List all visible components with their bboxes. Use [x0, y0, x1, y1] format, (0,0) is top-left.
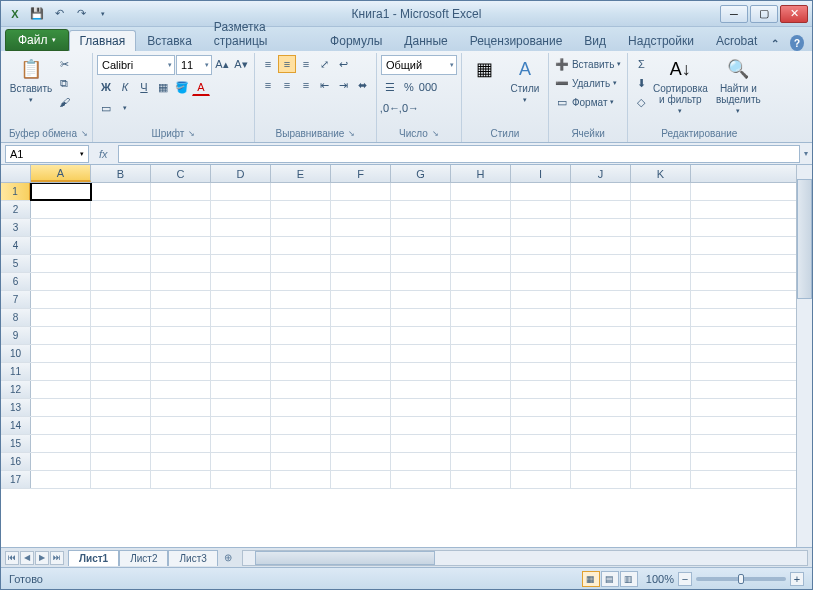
cell[interactable] [211, 255, 271, 272]
view-page-break-icon[interactable]: ▥ [620, 571, 638, 587]
cell[interactable] [331, 435, 391, 452]
cell[interactable] [211, 417, 271, 434]
align-center-icon[interactable]: ≡ [278, 76, 296, 94]
cell[interactable] [631, 309, 691, 326]
file-tab[interactable]: Файл▾ [5, 29, 69, 51]
cell[interactable] [151, 435, 211, 452]
cell[interactable] [151, 237, 211, 254]
cell[interactable] [31, 417, 91, 434]
row-header[interactable]: 16 [1, 453, 31, 470]
cell[interactable] [211, 309, 271, 326]
qat-customize-icon[interactable]: ▾ [93, 4, 113, 24]
font-launcher[interactable]: ↘ [188, 129, 195, 138]
row-header[interactable]: 14 [1, 417, 31, 434]
cell[interactable] [571, 363, 631, 380]
align-right-icon[interactable]: ≡ [297, 76, 315, 94]
cell[interactable] [511, 363, 571, 380]
conditional-fmt-button[interactable]: ▦ [466, 55, 504, 83]
number-launcher[interactable]: ↘ [432, 129, 439, 138]
cell[interactable] [331, 255, 391, 272]
zoom-in-button[interactable]: + [790, 572, 804, 586]
find-select-button[interactable]: 🔍 Найти и выделить ▾ [710, 55, 766, 117]
cell[interactable] [331, 309, 391, 326]
cell[interactable] [91, 435, 151, 452]
cell[interactable] [211, 201, 271, 218]
decrease-indent-icon[interactable]: ⇤ [316, 76, 334, 94]
cell[interactable] [211, 237, 271, 254]
cell[interactable] [31, 201, 91, 218]
format-painter-icon[interactable]: 🖌 [55, 93, 73, 111]
tab-view[interactable]: Вид [573, 30, 617, 51]
cell[interactable] [571, 219, 631, 236]
cell[interactable] [271, 291, 331, 308]
cell[interactable] [631, 417, 691, 434]
bottom-align-icon[interactable]: ≡ [297, 55, 315, 73]
formula-input[interactable] [118, 145, 800, 163]
align-launcher[interactable]: ↘ [348, 129, 355, 138]
cell[interactable] [451, 273, 511, 290]
fx-button[interactable]: fx [93, 148, 114, 160]
cell[interactable] [511, 471, 571, 488]
row-header[interactable]: 2 [1, 201, 31, 218]
row-header[interactable]: 5 [1, 255, 31, 272]
cell[interactable] [511, 453, 571, 470]
cell[interactable] [271, 471, 331, 488]
cell[interactable] [511, 291, 571, 308]
cell[interactable] [451, 219, 511, 236]
cell[interactable] [331, 219, 391, 236]
cell[interactable] [271, 381, 331, 398]
cell[interactable] [631, 201, 691, 218]
cell[interactable] [391, 471, 451, 488]
zoom-slider[interactable] [696, 577, 786, 581]
format-cells-button[interactable]: ▭Формат▾ [553, 93, 617, 111]
row-header[interactable]: 4 [1, 237, 31, 254]
cell[interactable] [211, 273, 271, 290]
insert-cells-button[interactable]: ➕Вставить▾ [553, 55, 623, 73]
row-header[interactable]: 12 [1, 381, 31, 398]
autosum-icon[interactable]: Σ [632, 55, 650, 73]
cell[interactable] [511, 435, 571, 452]
col-header[interactable]: D [211, 165, 271, 182]
cell[interactable] [391, 399, 451, 416]
cell[interactable] [211, 363, 271, 380]
cell[interactable] [151, 417, 211, 434]
cell[interactable] [91, 291, 151, 308]
cell[interactable] [151, 327, 211, 344]
border-icon[interactable]: ▦ [154, 78, 172, 96]
cell[interactable] [271, 435, 331, 452]
cell[interactable] [91, 183, 151, 200]
cell[interactable] [631, 255, 691, 272]
cell[interactable] [331, 453, 391, 470]
cell[interactable] [31, 273, 91, 290]
cell[interactable] [91, 255, 151, 272]
cell[interactable] [331, 417, 391, 434]
sheet-nav-first[interactable]: ⏮ [5, 551, 19, 565]
cell[interactable] [31, 363, 91, 380]
cell[interactable] [331, 327, 391, 344]
cell[interactable] [511, 183, 571, 200]
underline-button[interactable]: Ч [135, 78, 153, 96]
cell[interactable] [631, 471, 691, 488]
cell[interactable] [571, 435, 631, 452]
grow-font-icon[interactable]: A▴ [213, 55, 231, 73]
cell[interactable] [271, 201, 331, 218]
cell[interactable] [31, 255, 91, 272]
tab-data[interactable]: Данные [393, 30, 458, 51]
view-normal-icon[interactable]: ▦ [582, 571, 600, 587]
cell[interactable] [571, 381, 631, 398]
row-header[interactable]: 11 [1, 363, 31, 380]
sheet-tab[interactable]: Лист3 [168, 550, 217, 566]
cell[interactable] [631, 237, 691, 254]
cell[interactable] [571, 417, 631, 434]
help-icon[interactable]: ? [790, 35, 804, 51]
cell[interactable] [631, 291, 691, 308]
cell[interactable] [31, 435, 91, 452]
cell[interactable] [151, 183, 211, 200]
col-header[interactable]: H [451, 165, 511, 182]
copy-icon[interactable]: ⧉ [55, 74, 73, 92]
col-header[interactable]: A [31, 165, 91, 182]
cell[interactable] [151, 345, 211, 362]
bold-button[interactable]: Ж [97, 78, 115, 96]
col-header[interactable]: I [511, 165, 571, 182]
cut-icon[interactable]: ✂ [55, 55, 73, 73]
